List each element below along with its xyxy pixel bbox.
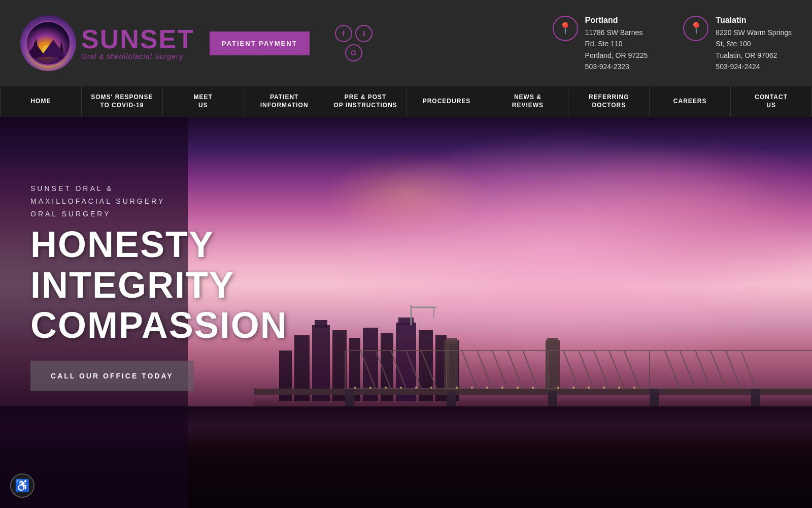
nav-careers[interactable]: CAREERS [650,86,731,117]
logo-icon [20,15,76,71]
svg-point-107 [618,387,620,389]
svg-line-61 [507,351,523,389]
svg-point-105 [588,387,590,389]
tualatin-phone: 503-924-2424 [716,61,792,72]
svg-point-99 [486,387,488,389]
portland-addr2: Rd, Ste 110 [585,38,648,49]
svg-line-73 [579,351,594,389]
svg-point-102 [532,387,534,389]
logo-area: SUNSET Oral & Maxillofacial Surgery [20,15,194,71]
svg-line-89 [710,351,726,389]
svg-point-108 [633,387,635,389]
nav-referring-doctors[interactable]: REFERRINGDOCTORS [568,86,650,117]
svg-point-100 [501,387,503,389]
svg-point-101 [517,387,519,389]
svg-line-87 [680,351,695,389]
portland-phone: 503-924-2323 [585,61,648,72]
hero-headline-line3: COMPASSION [30,305,288,345]
location-pin-icon-tualatin: 📍 [683,16,708,41]
svg-rect-7 [26,56,71,65]
portland-addr1: 11786 SW Barnes [585,27,648,38]
svg-line-90 [726,351,741,389]
hero-content: SUNSET ORAL & MAXILLOFACIAL SURGERY ORAL… [30,182,288,391]
svg-point-98 [471,387,473,389]
hero-subtitle-line2: MAXILLOFACIAL SURGERY [30,197,165,205]
nav-home[interactable]: HOME [0,86,82,117]
svg-point-104 [572,387,574,389]
facebook-icon[interactable]: f [335,25,352,42]
hero-subtitle: SUNSET ORAL & MAXILLOFACIAL SURGERY ORAL… [30,182,288,221]
svg-rect-34 [446,338,457,344]
social-icons-group: f 𝐢 G [335,25,373,61]
svg-line-60 [492,351,507,389]
hero-subtitle-line3: ORAL SURGERY [30,210,111,218]
location-tualatin: 📍 Tualatin 8220 SW Warm Springs St, Ste … [683,14,792,72]
svg-point-94 [400,387,402,389]
svg-line-58 [462,351,477,389]
hero-headline: HONESTY INTEGRITY COMPASSION [30,225,288,345]
portland-csz: Portland, OR 97225 [585,50,648,61]
svg-rect-36 [547,338,558,344]
svg-point-97 [456,387,458,389]
svg-point-103 [557,387,559,389]
svg-point-93 [385,387,387,389]
svg-point-106 [603,387,605,389]
nav-pre-post-op[interactable]: PRE & POSTOP INSTRUCTIONS [325,86,407,117]
svg-line-72 [563,351,579,389]
nav-procedures[interactable]: PROCEDURES [407,86,488,117]
instagram-icon[interactable]: 𝐢 [355,25,373,42]
social-row-top: f 𝐢 [335,25,373,42]
nav-patient-info[interactable]: PATIENTINFORMATION [244,86,325,117]
patient-payment-button[interactable]: PATIENT PAYMENT [210,31,310,55]
nav-covid[interactable]: SOMS' RESPONSETO COVID-19 [82,86,163,117]
location-pin-icon-portland: 📍 [553,16,578,41]
tualatin-address: Tualatin 8220 SW Warm Springs St, Ste 10… [716,14,792,72]
main-nav: HOME SOMS' RESPONSETO COVID-19 MEETUS PA… [0,86,812,117]
svg-line-85 [741,351,756,389]
portland-city: Portland [585,14,648,27]
svg-rect-27 [254,389,812,395]
nav-contact[interactable]: CONTACTUS [731,86,812,117]
nav-meet-us[interactable]: MEETUS [163,86,244,117]
google-icon[interactable]: G [345,44,362,61]
svg-line-86 [665,351,680,389]
svg-line-62 [523,351,538,389]
accessibility-button[interactable]: ♿ [10,473,35,498]
accessibility-icon: ♿ [15,479,30,493]
tualatin-addr2: St, Ste 100 [716,38,792,49]
svg-line-88 [695,351,710,389]
svg-line-74 [594,351,609,389]
location-portland: 📍 Portland 11786 SW Barnes Rd, Ste 110 P… [553,14,648,72]
nav-news-reviews[interactable]: NEWS &REVIEWS [487,86,568,117]
tualatin-csz: Tualatin, OR 97062 [716,50,792,61]
svg-line-75 [609,351,624,389]
tualatin-city: Tualatin [716,14,792,27]
svg-point-92 [369,387,371,389]
svg-line-76 [624,351,639,389]
svg-point-91 [354,387,356,389]
portland-address: Portland 11786 SW Barnes Rd, Ste 110 Por… [585,14,648,72]
hero-section: SUNSET ORAL & MAXILLOFACIAL SURGERY ORAL… [0,117,812,508]
svg-line-59 [477,351,492,389]
site-header: SUNSET Oral & Maxillofacial Surgery PATI… [0,0,812,86]
brand-name: SUNSET [81,26,194,52]
hero-subtitle-line1: SUNSET ORAL & [30,184,113,193]
svg-point-96 [430,387,432,389]
hero-headline-line1: HONESTY [30,225,288,265]
brand-tagline: Oral & Maxillofacial Surgery [81,52,194,60]
tualatin-addr1: 8220 SW Warm Springs [716,27,792,38]
hero-headline-line2: INTEGRITY [30,265,288,305]
logo-text: SUNSET Oral & Maxillofacial Surgery [81,26,194,60]
cta-button[interactable]: CALL OUR OFFICE TODAY [30,361,194,391]
svg-point-95 [415,387,417,389]
svg-rect-14 [315,320,327,328]
